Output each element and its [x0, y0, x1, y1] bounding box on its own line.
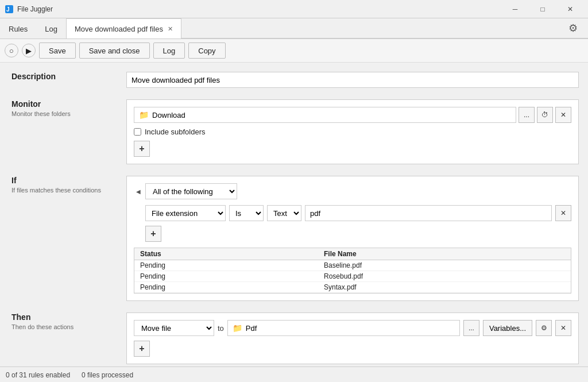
include-subfolders-checkbox[interactable] [134, 128, 141, 136]
run-button[interactable]: ▶ [22, 44, 36, 57]
condition-field-select[interactable]: File extension File name File size [145, 205, 226, 221]
row-status: Pending [134, 271, 318, 282]
file-table: Status File Name Pending Baseline.pdf Pe… [134, 248, 571, 293]
folder-row: 📁 ... ⏱ ✕ [134, 107, 571, 123]
save-button[interactable]: Save [39, 43, 76, 59]
destination-path-input[interactable] [246, 324, 455, 333]
variables-button[interactable]: Variables... [483, 320, 532, 336]
disable-button[interactable]: ○ [5, 44, 18, 57]
monitor-label: Monitor [11, 99, 121, 109]
files-status: 0 files processed [82, 371, 133, 379]
minimize-button[interactable]: ─ [502, 0, 528, 18]
col-filename: File Name [318, 248, 571, 260]
status-bar: 0 of 31 rules enabled 0 files processed [0, 366, 588, 382]
tab-bar: Rules Log Move downloaded pdf files ✕ ⚙ [0, 18, 588, 39]
svg-text:J: J [6, 6, 10, 13]
if-section: If If files matches these conditions ◀ A… [11, 176, 579, 301]
then-label: Then [11, 312, 121, 322]
col-status: Status [134, 248, 318, 260]
condition-row-1: File extension File name File size Is Is… [134, 205, 571, 221]
collapse-icon[interactable]: ◀ [134, 187, 143, 196]
app-title: File Juggler [17, 5, 502, 13]
include-subfolders-label: Include subfolders [145, 128, 206, 136]
description-input[interactable] [126, 72, 579, 88]
browse-dest-button[interactable]: ... [463, 320, 479, 336]
to-label: to [218, 324, 224, 333]
condition-type-value-select[interactable]: Text Regex [267, 205, 301, 221]
log-button[interactable]: Log [153, 43, 185, 59]
row-status: Pending [134, 282, 318, 293]
then-content: Move file Copy file Delete file Rename f… [126, 312, 579, 364]
description-label: Description [11, 72, 121, 81]
action-select[interactable]: Move file Copy file Delete file Rename f… [134, 320, 214, 336]
title-bar: J File Juggler ─ □ ✕ [0, 0, 588, 18]
table-row: Pending Rosebud.pdf [134, 271, 571, 282]
tab-rules[interactable]: Rules [0, 18, 36, 38]
condition-operator-select[interactable]: Is Is not Contains [229, 205, 264, 221]
action-row: Move file Copy file Delete file Rename f… [134, 320, 571, 336]
app-icon: J [5, 5, 14, 14]
rules-status: 0 of 31 rules enabled [6, 371, 70, 379]
save-close-button[interactable]: Save and close [79, 43, 150, 59]
row-status: Pending [134, 260, 318, 271]
subfolders-row: Include subfolders [134, 128, 571, 136]
maximize-button[interactable]: □ [529, 0, 556, 18]
table-header-row: Status File Name [134, 248, 571, 260]
then-section: Then Then do these actions Move file Cop… [11, 312, 579, 364]
browse-folder-button[interactable]: ... [519, 107, 535, 123]
if-sublabel: If files matches these conditions [11, 186, 121, 194]
tab-log[interactable]: Log [36, 18, 66, 38]
table-row: Pending Baseline.pdf [134, 260, 571, 271]
description-content [126, 72, 579, 88]
row-filename: Syntax.pdf [318, 282, 571, 293]
tab-rule-editor[interactable]: Move downloaded pdf files ✕ [66, 18, 181, 38]
condition-header: ◀ All of the following Any of the follow… [134, 183, 571, 199]
monitor-sublabel: Monitor these folders [11, 110, 121, 118]
then-sublabel: Then do these actions [11, 323, 121, 331]
settings-icon[interactable]: ⚙ [568, 22, 578, 34]
monitor-content: 📁 ... ⏱ ✕ Include subfolders + [126, 99, 579, 164]
add-folder-button[interactable]: + [134, 141, 150, 157]
toolbar: ○ ▶ Save Save and close Log Copy [0, 39, 588, 63]
folder-path-input[interactable] [152, 111, 511, 119]
close-button[interactable]: ✕ [557, 0, 583, 18]
folder-input-wrapper[interactable]: 📁 [134, 107, 516, 123]
remove-folder-button[interactable]: ✕ [555, 107, 571, 123]
description-section: Description [11, 72, 579, 88]
condition-type-select[interactable]: All of the following Any of the followin… [145, 183, 237, 199]
table-row: Pending Syntax.pdf [134, 282, 571, 293]
if-label: If [11, 176, 121, 185]
folder-icon: 📁 [139, 110, 149, 119]
destination-input-wrapper[interactable]: 📁 [227, 320, 460, 336]
add-condition-button[interactable]: + [145, 226, 161, 242]
file-table-wrapper: Status File Name Pending Baseline.pdf Pe… [134, 248, 571, 294]
row-filename: Rosebud.pdf [318, 271, 571, 282]
action-settings-button[interactable]: ⚙ [536, 320, 552, 336]
condition-value-input[interactable] [305, 205, 552, 221]
remove-action-button[interactable]: ✕ [555, 320, 571, 336]
close-tab-icon[interactable]: ✕ [168, 25, 173, 33]
dest-folder-icon: 📁 [233, 323, 242, 333]
copy-button[interactable]: Copy [188, 43, 225, 59]
window-controls: ─ □ ✕ [502, 0, 583, 18]
monitor-section: Monitor Monitor these folders 📁 ... ⏱ ✕ … [11, 99, 579, 164]
remove-condition-button[interactable]: ✕ [555, 205, 571, 221]
add-action-button[interactable]: + [134, 341, 150, 357]
watch-settings-button[interactable]: ⏱ [537, 107, 553, 123]
if-content: ◀ All of the following Any of the follow… [126, 176, 579, 301]
row-filename: Baseline.pdf [318, 260, 571, 271]
